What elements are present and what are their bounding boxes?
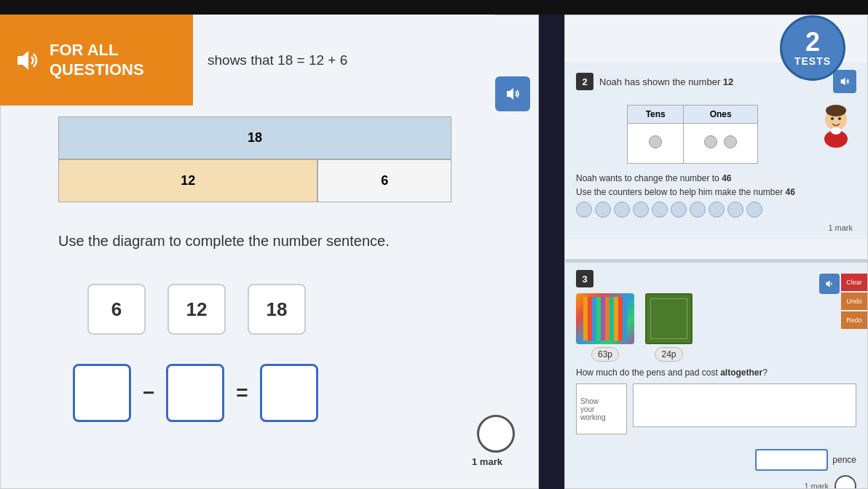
svg-marker-1 <box>507 88 513 100</box>
counter-2[interactable] <box>595 202 611 218</box>
q3-mark-circle <box>835 475 856 489</box>
svg-point-8 <box>831 127 841 135</box>
speaker-icon-banner <box>12 46 41 75</box>
action-sidebar: Clear Undo Redo <box>841 274 867 329</box>
diagram-bottom-row: 12 6 <box>58 159 451 202</box>
show-working-line1: Show <box>580 397 599 405</box>
ones-counter-1 <box>704 135 717 148</box>
counter-6[interactable] <box>671 202 687 218</box>
q3-q-end: ? <box>762 367 768 378</box>
redo-button[interactable]: Redo <box>841 311 867 329</box>
question-header-text: shows that 18 = 12 + 6 <box>208 52 347 68</box>
answer-box-3[interactable] <box>260 364 318 422</box>
question-header: shows that 18 = 12 + 6 <box>193 15 495 106</box>
pens-price: 63p <box>591 347 619 362</box>
tens-ones-table: Tens Ones <box>627 105 758 164</box>
counter-row <box>576 202 856 218</box>
show-working-line3: working <box>580 413 605 421</box>
counter-3[interactable] <box>614 202 630 218</box>
svg-point-5 <box>826 105 846 116</box>
notebook-price: 24p <box>655 347 682 362</box>
pens-image <box>576 293 634 344</box>
pens-product: 63p <box>576 293 634 362</box>
working-answer-row: Show your working pence <box>576 383 856 471</box>
q2-desc2-start: Use the counters below to help him make … <box>576 187 785 197</box>
undo-button[interactable]: Undo <box>841 293 867 310</box>
q3-mark-row: 1 mark <box>576 475 856 489</box>
q2-table-row: Tens Ones <box>576 99 856 170</box>
minus-operator: − <box>143 381 154 405</box>
number-tile-18[interactable]: 18 <box>248 284 306 335</box>
equals-operator: = <box>236 381 248 405</box>
q2-mark-label: 1 mark <box>828 223 856 232</box>
q2-desc1-bold: 46 <box>722 173 731 183</box>
svg-marker-2 <box>841 78 845 86</box>
ones-cell <box>684 124 758 164</box>
answer-boxes-row: − = <box>73 364 318 422</box>
mark-label: 1 mark <box>472 456 502 467</box>
products-row: 63p 24p <box>576 293 856 362</box>
q2-title: Noah has shown the number 12 <box>599 76 733 87</box>
q2-mark-row: 1 mark <box>576 222 856 232</box>
working-space[interactable] <box>633 383 856 427</box>
q3-mark-label: 1 mark <box>804 482 829 489</box>
answer-box-2[interactable] <box>166 364 224 422</box>
answer-box-1[interactable] <box>73 364 131 422</box>
counter-10[interactable] <box>746 202 762 218</box>
q3-speaker-button[interactable] <box>819 274 840 294</box>
tests-number: 2 <box>805 29 820 55</box>
banner-line2: QUESTIONS <box>50 60 144 79</box>
number-tile-6[interactable]: 6 <box>87 284 146 335</box>
tens-header: Tens <box>628 106 684 124</box>
q3-header: 3 <box>576 270 856 287</box>
tests-label-text: TESTS <box>794 55 831 67</box>
q3-number-badge: 3 <box>576 270 593 287</box>
q2-desc1-start: Noah wants to change the number to <box>576 173 722 183</box>
speaker-icon-blue <box>504 85 521 103</box>
show-working-line2: your <box>580 405 594 413</box>
q2-number-badge: 2 <box>576 73 593 90</box>
instruction-text: Use the diagram to complete the number s… <box>58 233 390 250</box>
counter-7[interactable] <box>690 202 706 218</box>
counter-8[interactable] <box>709 202 725 218</box>
answer-area: pence <box>633 383 856 471</box>
svg-point-6 <box>831 117 834 120</box>
answer-input-row: pence <box>633 449 856 471</box>
counter-4[interactable] <box>633 202 649 218</box>
clear-button[interactable]: Clear <box>841 274 867 291</box>
banner-line1: FOR ALL <box>50 41 144 60</box>
answer-input[interactable] <box>755 449 828 471</box>
ones-header: Ones <box>684 106 758 124</box>
diagram-bottom-left: 12 <box>58 159 317 202</box>
mark-circle-button[interactable] <box>477 415 515 453</box>
number-tile-12[interactable]: 12 <box>167 284 226 335</box>
q3-question-text: How much do the pens and pad cost altoge… <box>576 367 856 378</box>
svg-marker-9 <box>826 280 829 287</box>
tests-badge: 2 TESTS <box>780 15 845 81</box>
q3-section: 3 63p 24p How much do the pens and pad c… <box>565 263 867 489</box>
counter-9[interactable] <box>727 202 743 218</box>
q2-speaker-icon <box>839 76 851 87</box>
q2-desc2: Use the counters below to help him make … <box>576 187 856 197</box>
top-bar <box>0 0 868 15</box>
tens-cell <box>628 124 684 164</box>
counter-1[interactable] <box>576 202 592 218</box>
tens-counter-1 <box>649 135 662 148</box>
number-tiles-container: 6 12 18 <box>87 284 306 335</box>
q3-q-bold: altogether <box>720 367 762 378</box>
svg-point-7 <box>838 117 841 120</box>
pence-label: pence <box>832 455 856 465</box>
diagram-area: 18 12 6 <box>58 116 451 202</box>
q2-desc2-bold: 46 <box>785 187 794 197</box>
counter-5[interactable] <box>652 202 668 218</box>
diagram-top-row: 18 <box>58 116 451 159</box>
q2-desc1: Noah wants to change the number to 46 <box>576 173 856 183</box>
q2-title-bold: 12 <box>723 76 733 87</box>
q2-title-start: Noah has shown the number <box>599 76 723 87</box>
notebook-product: 24p <box>645 293 693 362</box>
q2-section: 2 Noah has shown the number 12 Tens Ones <box>565 63 867 239</box>
blue-speaker-button[interactable] <box>495 76 530 111</box>
banner-text-container: FOR ALL QUESTIONS <box>50 41 144 79</box>
q3-speaker-icon <box>824 279 835 289</box>
q2-speaker-button[interactable] <box>833 70 856 93</box>
